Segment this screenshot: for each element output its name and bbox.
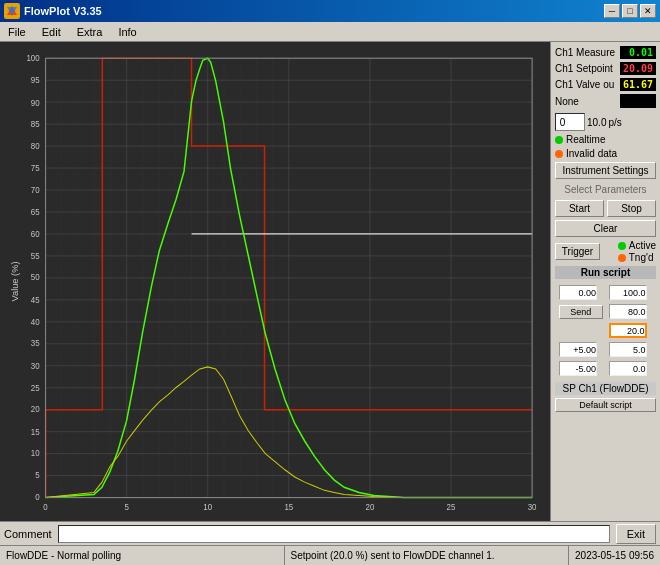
svg-text:55: 55 [31, 252, 40, 261]
ps-value: 10.0 [587, 117, 606, 128]
script-col1-3[interactable] [559, 342, 597, 357]
ch1-setpoint-label: Ch1 Setpoint [555, 63, 613, 74]
select-parameters-label: Select Parameters [555, 182, 656, 197]
status-left: FlowDDE - Normal polling [0, 546, 285, 565]
exit-button[interactable]: Exit [616, 524, 656, 544]
realtime-dot [555, 136, 563, 144]
trigger-status: Active Tng'd [618, 240, 656, 263]
svg-text:5: 5 [124, 503, 129, 512]
active-label: Active [629, 240, 656, 251]
svg-rect-2 [8, 50, 542, 513]
svg-text:40: 40 [31, 318, 40, 327]
svg-text:10: 10 [31, 449, 40, 458]
svg-text:10: 10 [203, 503, 212, 512]
svg-text:50: 50 [31, 273, 40, 282]
svg-text:15: 15 [284, 503, 293, 512]
invalid-dot [555, 150, 563, 158]
script-col2-3[interactable] [609, 342, 647, 357]
status-bar: FlowDDE - Normal polling Setpoint (20.0 … [0, 545, 660, 565]
script-col2-4[interactable] [609, 361, 647, 376]
ch1-valve-label: Ch1 Valve ou [555, 79, 614, 90]
instrument-settings-button[interactable]: Instrument Settings [555, 162, 656, 179]
spinner-input[interactable] [555, 113, 585, 131]
svg-text:0: 0 [43, 503, 48, 512]
ch1-valve-value: 61.67 [620, 78, 656, 91]
svg-text:Value (%): Value (%) [10, 262, 20, 302]
send-button[interactable]: Send [559, 305, 603, 319]
ch1-setpoint-row: Ch1 Setpoint 20.09 [555, 62, 656, 75]
svg-text:15: 15 [31, 428, 40, 437]
table-row [557, 360, 654, 377]
svg-text:45: 45 [31, 296, 40, 305]
none-value [620, 94, 656, 108]
close-button[interactable]: ✕ [640, 4, 656, 18]
ch1-measure-label: Ch1 Measure [555, 47, 615, 58]
title-bar: FlowPlot V3.35 ─ □ ✕ [0, 0, 660, 22]
sp-ch1-label: SP Ch1 (FlowDDE) [555, 382, 656, 395]
menu-bar: File Edit Extra Info [0, 22, 660, 42]
svg-text:30: 30 [528, 503, 537, 512]
svg-text:60: 60 [31, 230, 40, 239]
svg-text:0: 0 [35, 492, 40, 501]
invalid-label: Invalid data [566, 148, 617, 159]
chart-svg: 100 95 90 85 80 75 70 65 60 55 50 45 40 … [8, 50, 542, 513]
tngd-label: Tng'd [629, 252, 654, 263]
invalid-row: Invalid data [555, 148, 656, 159]
svg-text:100: 100 [26, 54, 40, 63]
svg-text:30: 30 [31, 362, 40, 371]
title-bar-text: FlowPlot V3.35 [4, 3, 102, 19]
script-col2-1[interactable] [609, 304, 647, 319]
menu-extra[interactable]: Extra [69, 24, 111, 40]
default-script-button[interactable]: Default script [555, 398, 656, 412]
right-panel: Ch1 Measure 0.01 Ch1 Setpoint 20.09 Ch1 … [550, 42, 660, 521]
start-button[interactable]: Start [555, 200, 604, 217]
table-row [557, 284, 654, 301]
clear-button[interactable]: Clear [555, 220, 656, 237]
main-content: 100 95 90 85 80 75 70 65 60 55 50 45 40 … [0, 42, 660, 521]
comment-input[interactable] [58, 525, 610, 543]
spinner-row: 10.0 p/s [555, 113, 656, 131]
svg-text:25: 25 [447, 503, 456, 512]
menu-info[interactable]: Info [110, 24, 144, 40]
svg-text:80: 80 [31, 142, 40, 151]
start-stop-row: Start Stop [555, 200, 656, 217]
ch1-measure-value: 0.01 [620, 46, 656, 59]
ch1-setpoint-value: 20.09 [620, 62, 656, 75]
ps-label: p/s [608, 117, 621, 128]
menu-edit[interactable]: Edit [34, 24, 69, 40]
script-table: Send [555, 282, 656, 379]
svg-text:5: 5 [35, 471, 40, 480]
minimize-button[interactable]: ─ [604, 4, 620, 18]
svg-text:65: 65 [31, 207, 40, 216]
svg-text:85: 85 [31, 120, 40, 129]
svg-text:70: 70 [31, 186, 40, 195]
none-label: None [555, 96, 579, 107]
status-center: Setpoint (20.0 %) sent to FlowDDE channe… [285, 546, 570, 565]
script-col1-4[interactable] [559, 361, 597, 376]
script-col2-2[interactable] [609, 323, 647, 338]
comment-label: Comment [4, 528, 52, 540]
svg-text:35: 35 [31, 339, 40, 348]
status-right: 2023-05-15 09:56 [569, 546, 660, 565]
realtime-row: Realtime [555, 134, 656, 145]
ch1-measure-row: Ch1 Measure 0.01 [555, 46, 656, 59]
table-row: Send [557, 303, 654, 320]
script-col2-0[interactable] [609, 285, 647, 300]
active-dot [618, 242, 626, 250]
svg-text:75: 75 [31, 164, 40, 173]
maximize-button[interactable]: □ [622, 4, 638, 18]
script-col1-0[interactable] [559, 285, 597, 300]
app-icon [4, 3, 20, 19]
tngd-row: Tng'd [618, 252, 656, 263]
table-row [557, 322, 654, 339]
menu-file[interactable]: File [0, 24, 34, 40]
stop-button[interactable]: Stop [607, 200, 656, 217]
trigger-button[interactable]: Trigger [555, 243, 600, 260]
title-bar-controls: ─ □ ✕ [604, 4, 656, 18]
svg-text:25: 25 [31, 383, 40, 392]
run-script-label: Run script [555, 266, 656, 279]
comment-bar: Comment Exit [0, 521, 660, 545]
svg-text:90: 90 [31, 98, 40, 107]
tngd-dot [618, 254, 626, 262]
chart-area: 100 95 90 85 80 75 70 65 60 55 50 45 40 … [0, 42, 550, 521]
